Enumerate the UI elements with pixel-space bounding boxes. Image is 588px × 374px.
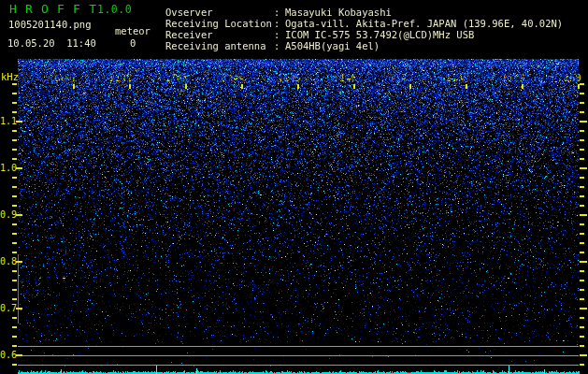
info-value: Ogata-vill. Akita-Pref. JAPAN (139.96E, … bbox=[285, 18, 563, 29]
y-minor-tick-right bbox=[580, 149, 584, 151]
y-minor-tick bbox=[12, 252, 17, 253]
y-minor-tick bbox=[12, 242, 17, 244]
info-label: Receiving Location bbox=[165, 18, 274, 29]
info-row-antenna: Receiving antenna:A504HB(yagi 4el) bbox=[165, 40, 563, 51]
y-minor-tick bbox=[12, 186, 17, 188]
app-version: 1.0.0 bbox=[97, 3, 132, 16]
info-value: Masayuki Kobayashi bbox=[285, 7, 392, 18]
y-minor-tick bbox=[12, 280, 17, 281]
y-minor-tick bbox=[12, 130, 17, 132]
y-minor-tick-right bbox=[580, 158, 584, 160]
station-info-block: Ovserver:Masayuki Kobayashi Receiving Lo… bbox=[165, 7, 563, 51]
app-title: HROFFT bbox=[9, 2, 105, 16]
info-row-receiver: Receiver:ICOM IC-575 53.7492(@LCD)MHz US… bbox=[165, 29, 563, 40]
info-label: Receiving antenna bbox=[165, 40, 274, 51]
y-minor-tick-right bbox=[580, 289, 584, 291]
y-major-tick bbox=[16, 354, 22, 356]
plot-left-border bbox=[18, 254, 19, 324]
y-minor-tick bbox=[12, 223, 17, 225]
y-minor-tick-right bbox=[580, 233, 584, 235]
y-minor-tick-right bbox=[580, 345, 584, 347]
y-minor-tick-right bbox=[580, 195, 584, 197]
y-minor-tick bbox=[12, 317, 17, 319]
y-major-tick-right bbox=[580, 121, 587, 122]
y-major-tick bbox=[16, 308, 22, 309]
y-major-tick-right bbox=[580, 214, 587, 216]
info-colon: : bbox=[274, 18, 285, 29]
y-minor-tick-right bbox=[580, 177, 584, 179]
y-major-tick bbox=[16, 261, 22, 263]
y-minor-tick-right bbox=[580, 111, 584, 113]
y-major-tick bbox=[16, 214, 22, 216]
info-colon: : bbox=[274, 7, 285, 18]
y-minor-tick bbox=[12, 336, 17, 338]
y-minor-tick-right bbox=[580, 270, 584, 272]
info-value: A504HB(yagi 4el) bbox=[285, 40, 380, 51]
y-minor-tick bbox=[12, 270, 17, 272]
info-row-observer: Ovserver:Masayuki Kobayashi bbox=[165, 7, 563, 18]
reference-line-middle bbox=[18, 355, 579, 356]
y-minor-tick-right bbox=[580, 93, 584, 94]
y-minor-tick bbox=[12, 93, 17, 94]
y-minor-tick bbox=[12, 149, 17, 151]
info-colon: : bbox=[274, 40, 285, 51]
y-minor-tick bbox=[12, 289, 17, 291]
y-minor-tick-right bbox=[580, 326, 584, 328]
y-major-tick-right bbox=[580, 308, 587, 309]
info-row-location: Receiving Location:Ogata-vill. Akita-Pre… bbox=[165, 18, 563, 29]
y-minor-tick bbox=[12, 102, 17, 104]
y-minor-tick-right bbox=[580, 252, 584, 253]
y-minor-tick-right bbox=[580, 298, 584, 300]
y-major-tick-right bbox=[580, 167, 587, 169]
x-tick bbox=[353, 84, 355, 89]
y-major-tick bbox=[16, 167, 22, 169]
meteor-counter-value: 0 bbox=[130, 37, 136, 49]
meteor-counter-label: meteor bbox=[115, 25, 151, 36]
x-tick bbox=[297, 84, 299, 89]
y-minor-tick-right bbox=[580, 242, 584, 244]
output-filename: 1005201140.png bbox=[8, 19, 92, 30]
y-minor-tick bbox=[12, 158, 17, 160]
y-major-tick-right bbox=[580, 261, 587, 263]
y-minor-tick-right bbox=[580, 139, 584, 141]
x-tick bbox=[466, 84, 467, 89]
y-minor-tick-right bbox=[580, 102, 584, 104]
y-minor-tick bbox=[12, 111, 17, 113]
x-tick bbox=[241, 84, 243, 89]
y-minor-tick-right bbox=[580, 336, 584, 338]
reference-line-upper bbox=[18, 346, 579, 347]
info-label: Ovserver bbox=[165, 7, 274, 18]
y-minor-tick bbox=[12, 233, 17, 235]
y-minor-tick bbox=[12, 298, 17, 300]
y-minor-tick bbox=[12, 345, 17, 347]
y-minor-tick-right bbox=[580, 223, 584, 225]
spectrogram-canvas bbox=[0, 0, 588, 374]
y-minor-tick-right bbox=[580, 317, 584, 319]
y-minor-tick bbox=[12, 195, 17, 197]
y-minor-tick-right bbox=[580, 130, 584, 132]
y-minor-tick bbox=[12, 326, 17, 328]
info-value: ICOM IC-575 53.7492(@LCD)MHz USB bbox=[285, 29, 474, 40]
date-time: 10.05.20 11:40 bbox=[7, 37, 96, 49]
y-minor-tick-right bbox=[580, 364, 584, 366]
y-minor-tick bbox=[12, 205, 17, 207]
y-minor-tick-right bbox=[580, 83, 584, 85]
reference-line-lower bbox=[18, 365, 579, 366]
y-minor-tick bbox=[12, 364, 17, 366]
y-minor-tick bbox=[12, 177, 17, 179]
x-tick bbox=[409, 84, 411, 89]
y-minor-tick-right bbox=[580, 280, 584, 281]
y-major-tick-right bbox=[580, 354, 587, 356]
x-tick bbox=[73, 84, 75, 89]
x-tick bbox=[129, 84, 131, 89]
y-axis-unit-label: kHz bbox=[1, 71, 19, 82]
y-major-tick bbox=[16, 121, 22, 122]
y-minor-tick-right bbox=[580, 186, 584, 188]
x-tick bbox=[185, 84, 187, 89]
hrofft-window: HROFFT 1.0.0 1005201140.png 10.05.20 11:… bbox=[0, 0, 588, 374]
info-label: Receiver bbox=[165, 29, 274, 40]
y-minor-tick bbox=[12, 139, 17, 141]
y-minor-tick-right bbox=[580, 205, 584, 207]
x-tick bbox=[522, 84, 523, 89]
info-colon: : bbox=[274, 29, 285, 40]
